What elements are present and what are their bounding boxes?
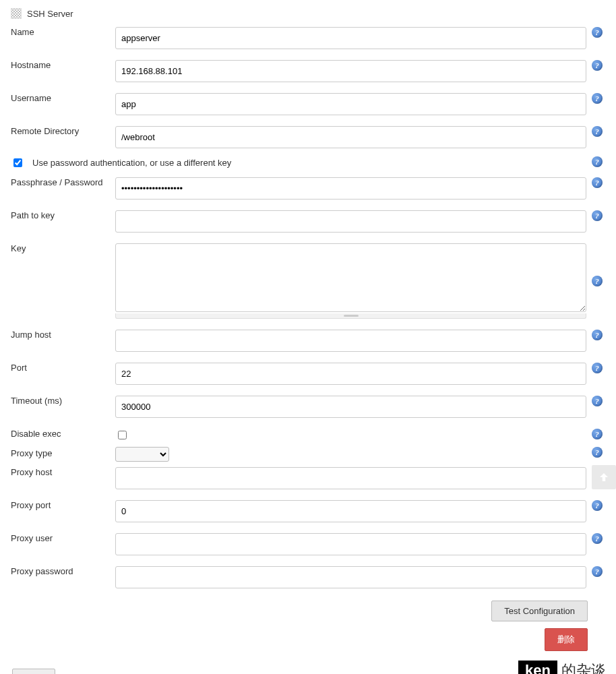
help-icon[interactable]: ? xyxy=(592,447,603,458)
help-icon[interactable]: ? xyxy=(592,533,603,544)
label-proxy-host: Proxy host xyxy=(11,467,52,477)
help-icon[interactable]: ? xyxy=(592,27,603,38)
name-input[interactable] xyxy=(115,27,586,49)
proxy-host-input[interactable] xyxy=(115,467,586,489)
drag-handle-icon[interactable] xyxy=(11,8,22,19)
help-icon[interactable]: ? xyxy=(592,363,603,373)
help-icon[interactable]: ? xyxy=(592,210,603,221)
textarea-resize-handle[interactable] xyxy=(115,313,586,319)
label-passphrase: Passphrase / Password xyxy=(11,177,103,187)
label-name: Name xyxy=(11,27,34,37)
label-hostname: Hostname xyxy=(11,60,51,70)
username-input[interactable] xyxy=(115,93,586,115)
section-title: SSH Server xyxy=(27,9,73,19)
label-proxy-port: Proxy port xyxy=(11,500,51,510)
help-icon[interactable]: ? xyxy=(592,396,603,406)
help-icon[interactable]: ? xyxy=(592,429,603,439)
label-key: Key xyxy=(11,243,26,253)
label-disable-exec: Disable exec xyxy=(11,429,61,439)
help-icon[interactable]: ? xyxy=(592,60,603,71)
jump-host-input[interactable] xyxy=(115,330,586,352)
label-proxy-password: Proxy password xyxy=(11,566,73,576)
key-textarea[interactable] xyxy=(115,243,586,312)
timeout-input[interactable] xyxy=(115,396,586,418)
delete-button[interactable]: 删除 xyxy=(545,628,588,651)
label-jump-host: Jump host xyxy=(11,330,51,340)
help-icon[interactable]: ? xyxy=(592,126,603,137)
remote-directory-input[interactable] xyxy=(115,126,586,148)
port-input[interactable] xyxy=(115,363,586,385)
help-icon[interactable]: ? xyxy=(592,276,603,286)
passphrase-input[interactable] xyxy=(115,177,586,200)
label-proxy-user: Proxy user xyxy=(11,533,53,543)
label-remote-directory: Remote Directory xyxy=(11,126,79,136)
scroll-to-top-button[interactable] xyxy=(592,465,616,489)
help-icon[interactable]: ? xyxy=(592,500,603,511)
label-use-password-auth[interactable]: Use password authentication, or use a di… xyxy=(32,158,231,168)
label-timeout: Timeout (ms) xyxy=(11,396,62,406)
proxy-user-input[interactable] xyxy=(115,533,586,555)
disable-exec-checkbox[interactable] xyxy=(118,431,127,439)
use-password-auth-checkbox[interactable] xyxy=(13,158,22,167)
proxy-password-input[interactable] xyxy=(115,566,586,588)
label-username: Username xyxy=(11,93,51,103)
hostname-input[interactable] xyxy=(115,60,586,82)
add-button[interactable]: 新增 xyxy=(12,669,55,674)
label-proxy-type: Proxy type xyxy=(11,448,52,458)
help-icon[interactable]: ? xyxy=(592,93,603,104)
help-icon[interactable]: ? xyxy=(592,566,603,577)
proxy-type-select[interactable] xyxy=(115,447,169,462)
test-configuration-button[interactable]: Test Configuration xyxy=(491,601,588,621)
proxy-port-input[interactable] xyxy=(115,500,586,522)
label-port: Port xyxy=(11,363,27,373)
label-path-to-key: Path to key xyxy=(11,210,55,220)
path-to-key-input[interactable] xyxy=(115,210,586,233)
help-icon[interactable]: ? xyxy=(592,156,603,167)
help-icon[interactable]: ? xyxy=(592,177,603,188)
help-icon[interactable]: ? xyxy=(592,330,603,340)
